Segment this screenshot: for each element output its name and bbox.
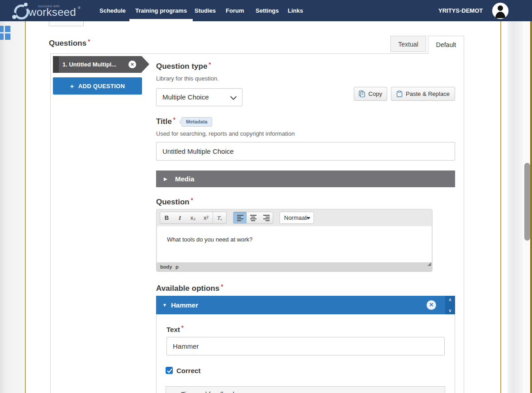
drag-handle[interactable] [53,56,59,73]
path-p[interactable]: p [176,262,179,271]
question-text[interactable]: What tools do you need at work? [167,236,252,243]
required-asterisk: * [221,283,223,290]
workseed-logo-icon[interactable] [12,2,28,19]
subscript-button[interactable]: x₂ [186,212,200,223]
editor-toolbar: B I x₂ x² Tₓ Normaali [157,209,432,226]
questions-heading: Questions* [49,38,90,48]
page-border-right [500,21,501,393]
copy-icon [359,90,365,97]
metadata-badge: Metadata [181,117,212,127]
editor-element-path: body p [157,262,432,271]
tips-feedback-collapsible[interactable]: ▸ Tips and feedback [166,386,445,393]
logo-brand[interactable]: workseed [28,6,76,19]
resize-grip-icon[interactable] [428,262,431,266]
title-input[interactable] [156,142,455,161]
account-label[interactable]: YRITYS-DEMOT [438,0,483,21]
nav-item-settings[interactable]: Settings [256,0,279,21]
grid-menu-icon[interactable] [0,26,10,40]
chevron-down-icon [230,94,237,100]
rich-text-editor: B I x₂ x² Tₓ Normaali What tools do you … [156,209,432,272]
required-asterisk: * [191,197,193,204]
paragraph-format-dropdown[interactable]: Normaali [280,212,314,224]
cut-off-element [49,21,84,26]
question-type-heading: Question type* [156,61,211,71]
format-value: Normaali [284,212,308,223]
option-title: Hammer [171,296,198,314]
question-type-help: Library for this question. [156,75,219,82]
align-buttons-group [233,212,273,224]
required-asterisk: * [88,38,90,45]
align-center-icon [250,215,256,221]
superscript-button[interactable]: x² [200,212,213,223]
collapse-arrow-icon: ▶ [164,170,167,187]
title-help: Used for searching, reports and copyrigh… [156,130,294,137]
italic-button[interactable]: I [173,212,186,223]
title-heading: Title* [156,116,176,126]
remove-format-button[interactable]: Tₓ [213,212,226,223]
collapse-arrow-icon: ▼ [162,296,167,314]
nav-item-links[interactable]: Links [288,0,303,21]
option-reorder-strip: ∧ ∨ [445,296,455,314]
question-tab-1[interactable]: 1. Untitled Multipl... ✕ [53,56,142,73]
correct-label: Correct [176,367,200,374]
top-navbar: succeed with workseed ® Schedule Trainin… [0,0,532,21]
scrollbar-thumb[interactable] [524,163,530,241]
tab-default[interactable]: Default [428,36,464,54]
registered-mark: ® [78,6,81,10]
remove-option-icon[interactable]: ✕ [427,300,436,310]
correct-checkbox[interactable] [166,367,173,374]
user-avatar[interactable] [492,3,508,19]
editor-content-area[interactable]: What tools do you need at work? [157,226,432,263]
format-buttons-group: B I x₂ x² Tₓ [160,212,227,224]
bold-button[interactable]: B [160,212,173,223]
align-center-button[interactable] [247,212,260,223]
question-type-select[interactable]: Multiple Choice [156,88,242,106]
page-border-left [25,21,26,393]
paste-replace-button[interactable]: Paste & Replace [391,87,455,101]
media-label: Media [175,170,195,187]
align-left-icon [237,215,243,221]
copy-button[interactable]: Copy [354,87,387,101]
option-text-input[interactable] [166,337,445,355]
nav-item-training-programs[interactable]: Training programs [135,0,187,21]
nav-item-schedule[interactable]: Schedule [100,0,126,21]
nav-item-studies[interactable]: Studies [195,0,216,21]
plus-icon: + [70,82,74,90]
path-body[interactable]: body [160,262,172,271]
available-options-heading: Available options* [156,283,223,293]
move-up-icon[interactable]: ∧ [445,297,455,302]
media-collapsible-header[interactable]: ▶ Media [156,170,455,187]
close-question-icon[interactable]: ✕ [128,61,136,68]
required-asterisk: * [209,61,211,68]
paste-icon [396,90,403,97]
tab-textual[interactable]: Textual [390,36,426,52]
question-heading: Question* [156,197,193,207]
option-header-hammer[interactable]: ▼ Hammer ✕ ∧ ∨ [156,296,455,314]
add-question-button[interactable]: + ADD QUESTION [53,77,142,95]
tips-feedback-label: Tips and feedback [181,390,236,393]
align-right-icon [263,215,270,221]
page-edge-strip [530,21,532,393]
move-down-icon[interactable]: ∨ [445,308,455,313]
caret-down-icon [307,217,310,219]
text-heading: Text* [166,324,184,333]
required-asterisk: * [181,324,184,331]
question-type-value: Multiple Choice [162,89,209,106]
question-tab-label: 1. Untitled Multipl... [62,56,116,73]
left-rail [0,21,26,393]
nav-item-forum[interactable]: Forum [226,0,244,21]
page-edge-band [508,21,521,393]
required-asterisk: * [173,116,176,123]
align-left-button[interactable] [233,212,247,223]
align-right-button[interactable] [260,212,273,223]
